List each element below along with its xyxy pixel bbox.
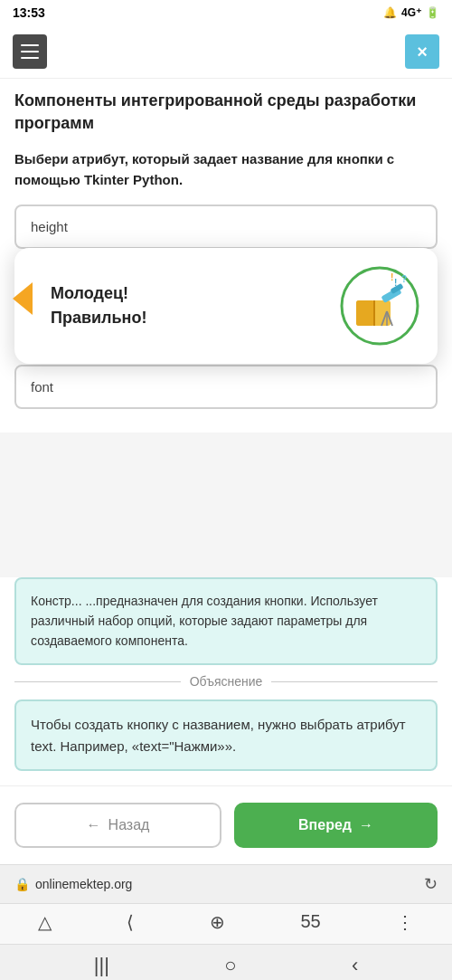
answer-option-4[interactable]: font [14, 365, 438, 409]
browser-bar: 🔒 onlinemektep.org ↻ [0, 864, 452, 903]
answer-text-4: font [31, 379, 53, 395]
bottom-nav-more[interactable]: ⋮ [396, 911, 414, 933]
sys-home-icon[interactable]: ○ [224, 954, 236, 977]
divider: Объяснение [14, 674, 438, 689]
yellow-arrow-icon [13, 282, 33, 315]
status-icons: 🔔 4G⁺ 🔋 [383, 6, 439, 19]
back-arrow-icon: ← [87, 817, 101, 833]
popup-text-block: Молодец! Правильно! [51, 281, 146, 330]
browser-url: 🔒 onlinemektep.org [14, 877, 132, 891]
svg-text:?: ? [401, 274, 407, 284]
bottom-nav-tabs[interactable]: 55 [300, 911, 320, 932]
success-popup: Молодец! Правильно! ! ? ! [14, 248, 438, 364]
bottom-nav-home[interactable]: △ [38, 911, 52, 933]
hamburger-line [21, 51, 39, 52]
status-time: 13:53 [13, 5, 45, 20]
constructor-block: Констр... ...предназначен для создания к… [14, 577, 438, 665]
bottom-nav-add[interactable]: ⊕ [210, 911, 225, 933]
popup-wrapper: background (bg) font Молодец! Правильно! [14, 311, 438, 409]
forward-arrow-icon: → [359, 817, 373, 833]
back-button[interactable]: ← Назад [14, 803, 221, 848]
explanation-box: Чтобы создать кнопку с названием, нужно … [14, 699, 438, 771]
divider-text: Объяснение [190, 674, 263, 689]
answer-text-1: height [31, 219, 68, 234]
divider-line-left [14, 681, 181, 682]
nav-buttons: ← Назад Вперед → [0, 785, 452, 864]
close-button[interactable]: × [405, 34, 439, 69]
bottom-nav-share[interactable]: ⟨ [127, 911, 134, 933]
back-label: Назад [108, 817, 150, 833]
svg-text:!: ! [391, 272, 393, 282]
main-content: Выбери атрибут, который задает название … [0, 149, 452, 433]
page-title: Компоненты интегрированной среды разрабо… [0, 79, 452, 149]
forward-label: Вперед [298, 817, 352, 833]
answer-option-1[interactable]: height [14, 205, 438, 249]
url-text: onlinemektep.org [35, 877, 132, 891]
explanation-area: Констр... ...предназначен для создания к… [0, 577, 452, 785]
constructor-text: Констр... ...предназначен для создания к… [31, 594, 378, 647]
sys-back-icon[interactable]: ||| [94, 954, 109, 977]
battery-icon: 🔋 [426, 6, 439, 19]
popup-line1: Молодец! [51, 281, 146, 306]
hamburger-line [21, 57, 39, 59]
alarm-icon: 🔔 [383, 6, 397, 19]
book-telescope-illustration: ! ? ! [340, 266, 419, 346]
forward-button[interactable]: Вперед → [234, 803, 438, 848]
sys-recents-icon[interactable]: ‹ [352, 954, 358, 977]
hamburger-line [21, 44, 39, 46]
question-label: Выбери атрибут, который задает название … [14, 149, 438, 190]
bottom-nav: △ ⟨ ⊕ 55 ⋮ [0, 903, 452, 944]
system-nav-bar: ||| ○ ‹ [0, 944, 452, 980]
explanation-text: Чтобы создать кнопку с названием, нужно … [31, 717, 406, 753]
svg-marker-0 [13, 282, 33, 315]
hamburger-button[interactable] [13, 34, 47, 69]
top-nav: × [0, 25, 452, 79]
close-icon: × [417, 42, 428, 62]
reload-icon[interactable]: ↻ [424, 874, 438, 894]
status-bar: 13:53 🔔 4G⁺ 🔋 [0, 0, 452, 25]
svg-rect-3 [356, 300, 374, 326]
popup-line2: Правильно! [51, 306, 146, 330]
svg-text:!: ! [394, 278, 397, 288]
lock-icon: 🔒 [14, 877, 30, 891]
signal-icon: 4G⁺ [401, 6, 421, 19]
divider-line-right [271, 681, 438, 682]
